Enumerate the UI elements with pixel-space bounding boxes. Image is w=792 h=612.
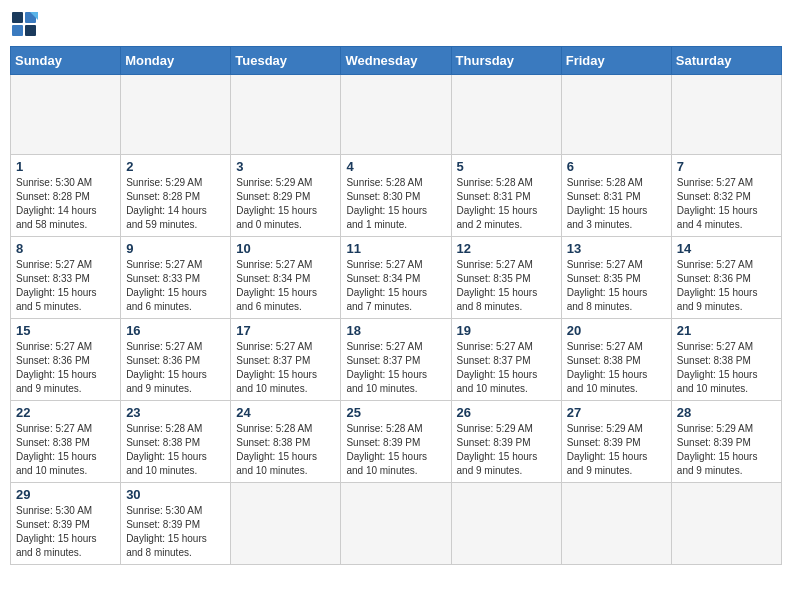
day-number: 1 (16, 159, 115, 174)
day-info: Sunrise: 5:28 AM Sunset: 8:31 PM Dayligh… (567, 176, 666, 232)
calendar-cell (341, 483, 451, 565)
week-row-5: 22Sunrise: 5:27 AM Sunset: 8:38 PM Dayli… (11, 401, 782, 483)
calendar-cell: 3Sunrise: 5:29 AM Sunset: 8:29 PM Daylig… (231, 155, 341, 237)
day-info: Sunrise: 5:28 AM Sunset: 8:38 PM Dayligh… (126, 422, 225, 478)
day-info: Sunrise: 5:27 AM Sunset: 8:36 PM Dayligh… (16, 340, 115, 396)
day-number: 29 (16, 487, 115, 502)
calendar-cell: 16Sunrise: 5:27 AM Sunset: 8:36 PM Dayli… (121, 319, 231, 401)
weekday-header-thursday: Thursday (451, 47, 561, 75)
day-number: 26 (457, 405, 556, 420)
day-number: 22 (16, 405, 115, 420)
day-info: Sunrise: 5:27 AM Sunset: 8:37 PM Dayligh… (457, 340, 556, 396)
calendar-cell: 15Sunrise: 5:27 AM Sunset: 8:36 PM Dayli… (11, 319, 121, 401)
calendar-cell (451, 483, 561, 565)
calendar-cell: 2Sunrise: 5:29 AM Sunset: 8:28 PM Daylig… (121, 155, 231, 237)
day-number: 24 (236, 405, 335, 420)
day-number: 11 (346, 241, 445, 256)
day-number: 28 (677, 405, 776, 420)
week-row-2: 1Sunrise: 5:30 AM Sunset: 8:28 PM Daylig… (11, 155, 782, 237)
calendar-cell (451, 75, 561, 155)
svg-rect-3 (25, 25, 36, 36)
svg-rect-0 (12, 12, 23, 23)
day-info: Sunrise: 5:27 AM Sunset: 8:38 PM Dayligh… (567, 340, 666, 396)
day-number: 18 (346, 323, 445, 338)
day-info: Sunrise: 5:30 AM Sunset: 8:39 PM Dayligh… (126, 504, 225, 560)
calendar-cell: 25Sunrise: 5:28 AM Sunset: 8:39 PM Dayli… (341, 401, 451, 483)
day-info: Sunrise: 5:27 AM Sunset: 8:37 PM Dayligh… (236, 340, 335, 396)
calendar-cell: 10Sunrise: 5:27 AM Sunset: 8:34 PM Dayli… (231, 237, 341, 319)
day-number: 25 (346, 405, 445, 420)
day-number: 5 (457, 159, 556, 174)
calendar-cell: 8Sunrise: 5:27 AM Sunset: 8:33 PM Daylig… (11, 237, 121, 319)
calendar-cell: 11Sunrise: 5:27 AM Sunset: 8:34 PM Dayli… (341, 237, 451, 319)
calendar-cell: 27Sunrise: 5:29 AM Sunset: 8:39 PM Dayli… (561, 401, 671, 483)
calendar-cell: 7Sunrise: 5:27 AM Sunset: 8:32 PM Daylig… (671, 155, 781, 237)
calendar-cell (231, 75, 341, 155)
day-info: Sunrise: 5:29 AM Sunset: 8:39 PM Dayligh… (457, 422, 556, 478)
calendar-cell: 21Sunrise: 5:27 AM Sunset: 8:38 PM Dayli… (671, 319, 781, 401)
day-info: Sunrise: 5:27 AM Sunset: 8:34 PM Dayligh… (346, 258, 445, 314)
calendar-cell: 26Sunrise: 5:29 AM Sunset: 8:39 PM Dayli… (451, 401, 561, 483)
calendar-cell: 13Sunrise: 5:27 AM Sunset: 8:35 PM Dayli… (561, 237, 671, 319)
day-number: 3 (236, 159, 335, 174)
calendar-cell: 24Sunrise: 5:28 AM Sunset: 8:38 PM Dayli… (231, 401, 341, 483)
calendar-cell (11, 75, 121, 155)
weekday-header-sunday: Sunday (11, 47, 121, 75)
day-number: 27 (567, 405, 666, 420)
day-info: Sunrise: 5:27 AM Sunset: 8:33 PM Dayligh… (126, 258, 225, 314)
logo (10, 10, 42, 38)
calendar-cell (671, 75, 781, 155)
day-info: Sunrise: 5:30 AM Sunset: 8:28 PM Dayligh… (16, 176, 115, 232)
day-info: Sunrise: 5:27 AM Sunset: 8:35 PM Dayligh… (567, 258, 666, 314)
day-number: 13 (567, 241, 666, 256)
day-info: Sunrise: 5:30 AM Sunset: 8:39 PM Dayligh… (16, 504, 115, 560)
day-info: Sunrise: 5:27 AM Sunset: 8:36 PM Dayligh… (126, 340, 225, 396)
day-number: 23 (126, 405, 225, 420)
week-row-3: 8Sunrise: 5:27 AM Sunset: 8:33 PM Daylig… (11, 237, 782, 319)
calendar-cell: 6Sunrise: 5:28 AM Sunset: 8:31 PM Daylig… (561, 155, 671, 237)
weekday-header-friday: Friday (561, 47, 671, 75)
week-row-6: 29Sunrise: 5:30 AM Sunset: 8:39 PM Dayli… (11, 483, 782, 565)
day-number: 2 (126, 159, 225, 174)
day-number: 6 (567, 159, 666, 174)
calendar-cell: 9Sunrise: 5:27 AM Sunset: 8:33 PM Daylig… (121, 237, 231, 319)
calendar-cell: 17Sunrise: 5:27 AM Sunset: 8:37 PM Dayli… (231, 319, 341, 401)
day-info: Sunrise: 5:27 AM Sunset: 8:37 PM Dayligh… (346, 340, 445, 396)
day-number: 14 (677, 241, 776, 256)
day-number: 15 (16, 323, 115, 338)
weekday-header-saturday: Saturday (671, 47, 781, 75)
weekday-header-monday: Monday (121, 47, 231, 75)
calendar-cell: 29Sunrise: 5:30 AM Sunset: 8:39 PM Dayli… (11, 483, 121, 565)
calendar-cell: 23Sunrise: 5:28 AM Sunset: 8:38 PM Dayli… (121, 401, 231, 483)
week-row-4: 15Sunrise: 5:27 AM Sunset: 8:36 PM Dayli… (11, 319, 782, 401)
day-number: 9 (126, 241, 225, 256)
calendar-cell: 22Sunrise: 5:27 AM Sunset: 8:38 PM Dayli… (11, 401, 121, 483)
calendar-table: SundayMondayTuesdayWednesdayThursdayFrid… (10, 46, 782, 565)
day-number: 10 (236, 241, 335, 256)
calendar-cell (561, 483, 671, 565)
day-info: Sunrise: 5:28 AM Sunset: 8:31 PM Dayligh… (457, 176, 556, 232)
calendar-cell: 5Sunrise: 5:28 AM Sunset: 8:31 PM Daylig… (451, 155, 561, 237)
day-info: Sunrise: 5:29 AM Sunset: 8:39 PM Dayligh… (677, 422, 776, 478)
day-info: Sunrise: 5:27 AM Sunset: 8:35 PM Dayligh… (457, 258, 556, 314)
day-number: 7 (677, 159, 776, 174)
calendar-cell: 4Sunrise: 5:28 AM Sunset: 8:30 PM Daylig… (341, 155, 451, 237)
day-info: Sunrise: 5:27 AM Sunset: 8:38 PM Dayligh… (677, 340, 776, 396)
day-info: Sunrise: 5:28 AM Sunset: 8:39 PM Dayligh… (346, 422, 445, 478)
day-info: Sunrise: 5:27 AM Sunset: 8:34 PM Dayligh… (236, 258, 335, 314)
calendar-cell (341, 75, 451, 155)
calendar-cell: 18Sunrise: 5:27 AM Sunset: 8:37 PM Dayli… (341, 319, 451, 401)
day-info: Sunrise: 5:27 AM Sunset: 8:32 PM Dayligh… (677, 176, 776, 232)
calendar-cell (671, 483, 781, 565)
day-number: 30 (126, 487, 225, 502)
page-header (10, 10, 782, 38)
calendar-cell: 20Sunrise: 5:27 AM Sunset: 8:38 PM Dayli… (561, 319, 671, 401)
weekday-header-row: SundayMondayTuesdayWednesdayThursdayFrid… (11, 47, 782, 75)
day-info: Sunrise: 5:28 AM Sunset: 8:38 PM Dayligh… (236, 422, 335, 478)
calendar-cell: 30Sunrise: 5:30 AM Sunset: 8:39 PM Dayli… (121, 483, 231, 565)
logo-icon (10, 10, 38, 38)
day-number: 20 (567, 323, 666, 338)
day-number: 12 (457, 241, 556, 256)
calendar-cell: 28Sunrise: 5:29 AM Sunset: 8:39 PM Dayli… (671, 401, 781, 483)
calendar-cell: 19Sunrise: 5:27 AM Sunset: 8:37 PM Dayli… (451, 319, 561, 401)
